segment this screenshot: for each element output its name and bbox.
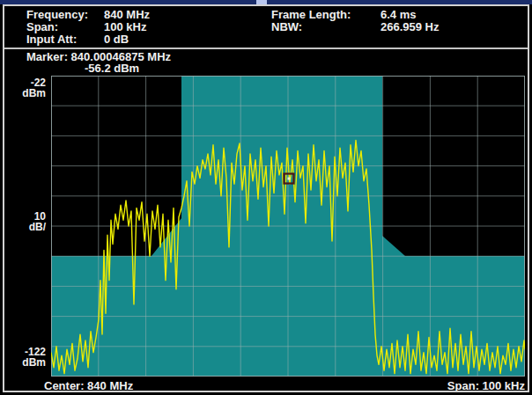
bottom-level-unit: dBm: [0, 357, 46, 368]
top-strip-tick: [256, 0, 267, 4]
span-setting-value: 100 kHz: [104, 20, 146, 33]
input-att-value: 0 dB: [104, 33, 129, 46]
span-setting-label: Span:: [26, 20, 58, 33]
frequency-value: 840 MHz: [104, 8, 150, 21]
y-axis-bottom-level: -122 dBm: [0, 347, 46, 368]
spectrum-analyzer-screen: Frequency: 840 MHz Span: 100 kHz Input A…: [0, 0, 532, 395]
top-strip: [0, 0, 532, 4]
span-footer-label: Span: 100 kHz: [447, 379, 525, 392]
header-divider: [4, 48, 528, 49]
frame-length-label: Frame Length:: [271, 8, 351, 21]
nbw-label: NBW:: [271, 20, 302, 33]
nbw-value: 266.959 Hz: [381, 20, 440, 33]
center-frequency-label: Center: 840 MHz: [44, 379, 133, 392]
y-axis-scale: 10 dB/: [0, 211, 46, 232]
input-att-label: Input Att:: [26, 33, 77, 46]
frame-length-value: 6.4 ms: [381, 8, 416, 21]
ref-level-unit: dBm: [0, 88, 46, 99]
y-axis-ref-level: -22 dBm: [0, 77, 46, 99]
spectrum-svg: [51, 76, 525, 377]
marker-amplitude: -56.2 dBm: [85, 62, 139, 75]
marker-dot: [288, 178, 291, 180]
spectrum-plot: [51, 76, 525, 377]
scale-unit: dB/: [0, 222, 46, 232]
frequency-label: Frequency:: [26, 8, 88, 21]
